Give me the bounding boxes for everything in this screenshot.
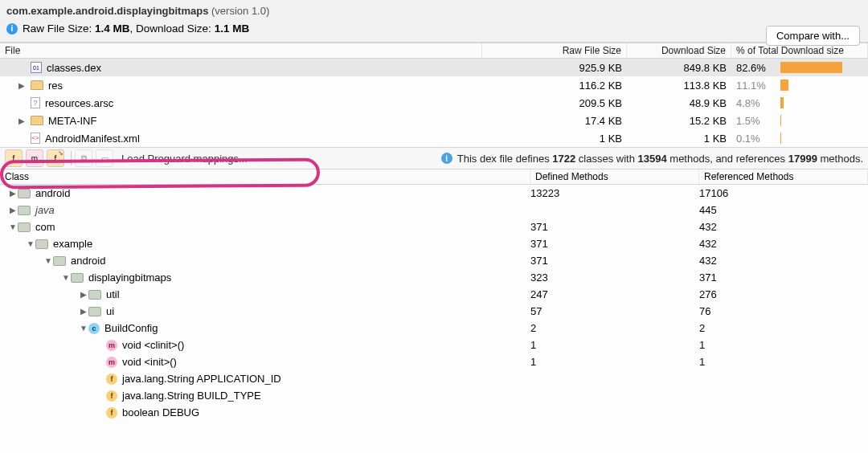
class-label: example <box>53 238 92 250</box>
expand-arrow-icon[interactable]: ▼ <box>26 239 35 248</box>
col-class[interactable]: Class <box>0 169 530 184</box>
field-icon <box>106 373 117 385</box>
file-name-cell[interactable]: AndroidManifest.xml <box>0 133 482 145</box>
defined-methods-cell: 371 <box>530 255 699 267</box>
package-icon <box>35 239 48 249</box>
apk-header: com.example.android.displayingbitmaps (v… <box>0 0 868 43</box>
file-row[interactable]: resources.arsc209.5 KB48.9 KB4.8% <box>0 94 868 112</box>
class-name-cell[interactable]: ▼displayingbitmaps <box>0 271 530 284</box>
defined-methods-cell: 371 <box>530 238 699 250</box>
expand-arrow-icon[interactable]: ▼ <box>8 222 18 231</box>
dl-size-label: , Download Size: <box>130 22 211 35</box>
expand-arrow-icon[interactable]: ▶ <box>8 189 18 198</box>
package-icon <box>88 307 101 316</box>
class-name-cell[interactable]: boolean DEBUG <box>0 406 530 418</box>
dex-classes-count: 1722 <box>552 153 575 165</box>
dl-size-value: 1.1 MB <box>215 22 250 35</box>
class-tree-row[interactable]: java.lang.String BUILD_TYPE <box>0 387 868 404</box>
file-row[interactable]: AndroidManifest.xml1 KB1 KB0.1% <box>0 129 868 147</box>
file-name-cell[interactable]: resources.arsc <box>0 97 482 109</box>
col-download-size[interactable]: Download Size <box>627 43 731 58</box>
dex-refs-count: 17999 <box>788 153 817 165</box>
download-size-cell: 849.8 KB <box>627 62 731 74</box>
class-name-cell[interactable]: ▼com <box>0 221 530 233</box>
referenced-methods-cell: 1 <box>699 339 868 351</box>
class-tree-row[interactable]: ▼example371432 <box>0 235 868 252</box>
class-label: displayingbitmaps <box>88 271 171 284</box>
class-name-cell[interactable]: java.lang.String APPLICATION_ID <box>0 373 530 385</box>
class-name-cell[interactable]: ▶util <box>0 288 530 300</box>
show-referenced-button[interactable]: f↘ <box>47 149 64 167</box>
expand-arrow-icon[interactable]: ▶ <box>18 116 26 125</box>
class-tree-row[interactable]: ▶ui5776 <box>0 303 868 320</box>
raw-size-cell: 1 KB <box>482 133 627 145</box>
referenced-methods-cell: 1 <box>699 356 868 368</box>
class-tree-row[interactable]: ▶util247276 <box>0 286 868 303</box>
file-name-cell[interactable]: ▶META-INF <box>0 115 482 127</box>
toolbar-separator <box>71 151 72 165</box>
expand-arrow-icon[interactable]: ▶ <box>8 206 18 214</box>
class-label: ui <box>106 305 114 317</box>
class-tree-row[interactable]: void <init>()11 <box>0 353 868 370</box>
file-row[interactable]: ▶META-INF17.4 KB15.2 KB1.5% <box>0 112 868 129</box>
file-row[interactable]: ▶res116.2 KB113.8 KB11.1% <box>0 76 868 94</box>
col-defined-methods[interactable]: Defined Methods <box>530 169 699 184</box>
package-icon <box>71 273 84 283</box>
class-tree-row[interactable]: ▶android1322317106 <box>0 185 868 202</box>
file-name-cell[interactable]: classes.dex <box>0 62 482 74</box>
class-tree-row[interactable]: boolean DEBUG <box>0 404 868 421</box>
class-tree-row[interactable]: java.lang.String APPLICATION_ID <box>0 370 868 387</box>
raw-size-label: Raw File Size: <box>23 22 92 35</box>
expand-arrow-icon[interactable]: ▼ <box>43 256 53 265</box>
class-tree-row[interactable]: ▼com371432 <box>0 218 868 235</box>
percent-bar <box>776 80 860 91</box>
class-tree-row[interactable]: ▶java445 <box>0 202 868 218</box>
show-fields-button[interactable]: f <box>5 149 23 167</box>
col-raw-size[interactable]: Raw File Size <box>482 43 627 58</box>
xml-icon <box>31 133 40 144</box>
toolbar-tree-icon[interactable]: ⧉ <box>75 149 92 167</box>
method-icon <box>106 357 117 368</box>
file-name-cell[interactable]: ▶res <box>0 80 482 92</box>
compare-with-button[interactable]: Compare with... <box>766 26 860 46</box>
download-size-cell: 48.9 KB <box>627 97 731 109</box>
col-referenced-methods[interactable]: Referenced Methods <box>699 169 868 184</box>
class-label: boolean DEBUG <box>122 406 199 418</box>
expand-arrow-icon[interactable]: ▶ <box>18 81 26 90</box>
class-tree-row[interactable]: ▼android371432 <box>0 252 868 269</box>
class-name-cell[interactable]: ▼BuildConfig <box>0 322 530 334</box>
defined-methods-cell: 371 <box>530 221 699 233</box>
folder-icon <box>31 80 43 90</box>
raw-size-cell: 116.2 KB <box>482 80 627 92</box>
expand-arrow-icon[interactable]: ▼ <box>61 273 71 282</box>
package-icon <box>88 290 101 300</box>
class-label: void <init>() <box>122 356 177 368</box>
show-methods-button[interactable]: m <box>26 149 43 167</box>
load-proguard-button[interactable]: Load Proguard mappings... <box>121 153 248 165</box>
expand-arrow-icon[interactable]: ▼ <box>79 324 88 333</box>
file-row[interactable]: classes.dex925.9 KB849.8 KB82.6% <box>0 59 868 76</box>
class-name-cell[interactable]: ▶ui <box>0 305 530 317</box>
class-tree-row[interactable]: void <clinit>()11 <box>0 337 868 353</box>
class-name-cell[interactable]: ▼example <box>0 238 530 250</box>
class-name-cell[interactable]: ▶android <box>0 187 530 199</box>
referenced-methods-cell: 432 <box>699 238 868 250</box>
toolbar-folder-icon[interactable]: ▭ <box>96 149 113 167</box>
download-size-cell: 15.2 KB <box>627 115 731 127</box>
size-summary: i Raw File Size: 1.4 MB , Download Size:… <box>5 20 863 37</box>
class-name-cell[interactable]: java.lang.String BUILD_TYPE <box>0 390 530 402</box>
file-name-label: resources.arsc <box>45 97 113 109</box>
class-tree-row[interactable]: ▼displayingbitmaps323371 <box>0 269 868 286</box>
percent-cell: 82.6% <box>731 62 776 74</box>
class-name-cell[interactable]: ▼android <box>0 255 530 267</box>
expand-arrow-icon[interactable]: ▶ <box>79 290 88 299</box>
col-file[interactable]: File <box>0 43 482 58</box>
class-name-cell[interactable]: void <init>() <box>0 356 530 368</box>
class-tree-row[interactable]: ▼BuildConfig22 <box>0 320 868 337</box>
package-version: (version 1.0) <box>211 5 269 17</box>
field-icon <box>106 390 117 402</box>
class-name-cell[interactable]: void <clinit>() <box>0 339 530 351</box>
class-name-cell[interactable]: ▶java <box>0 204 530 216</box>
class-label: void <clinit>() <box>122 339 184 351</box>
expand-arrow-icon[interactable]: ▶ <box>79 307 88 316</box>
